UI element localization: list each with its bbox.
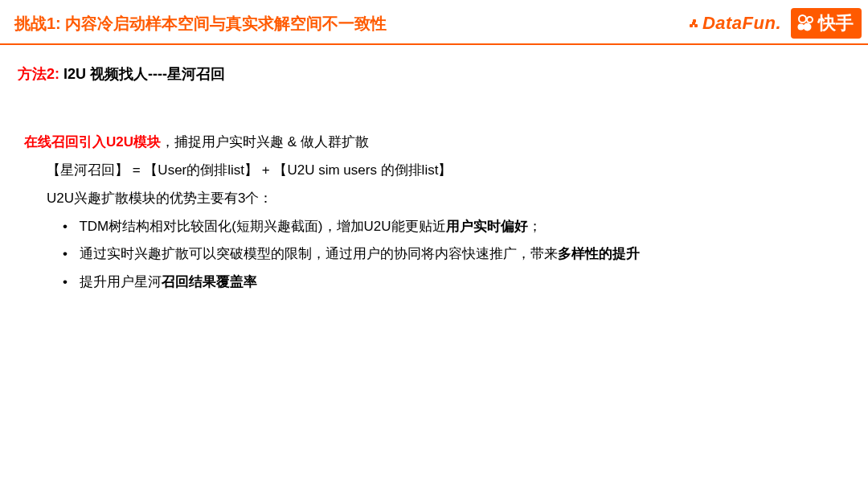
kuaishou-text: 快手 [818,11,854,35]
body-text: 在线召回引入U2U模块，捕捉用户实时兴趣 & 做人群扩散 【星河召回】 = 【U… [18,129,844,297]
kuaishou-icon [796,14,813,32]
bullet-pre: 提升用户星河 [80,274,162,289]
challenge-title: 挑战1: 内容冷启动样本空间与真实求解空间不一致性 [14,13,387,35]
bullet-bold: 召回结果覆盖率 [162,274,257,289]
equation-line: 【星河召回】 = 【User的倒排list】 + 【U2U sim users … [24,157,844,185]
method-heading: 方法2: I2U 视频找人----星河召回 [18,64,844,84]
intro-line: 在线召回引入U2U模块，捕捉用户实时兴趣 & 做人群扩散 [24,129,844,157]
bullet-post: ； [528,219,542,234]
bullet-bold: 多样性的提升 [558,246,640,261]
list-item: 提升用户星河召回结果覆盖率 [63,269,844,297]
list-item: 通过实时兴趣扩散可以突破模型的限制，通过用户的协同将内容快速推广，带来多样性的提… [63,240,844,269]
logo-group: DataFun. 快手 [690,8,868,39]
bullet-pre: TDM树结构相对比较固化(短期兴趣截面)，增加U2U能更贴近 [79,219,445,234]
advantages-lead: U2U兴趣扩散模块的优势主要有3个： [24,185,844,213]
bullet-pre: 通过实时兴趣扩散可以突破模型的限制，通过用户的协同将内容快速推广，带来 [80,246,558,261]
list-item: TDM树结构相对比较固化(短期兴趣截面)，增加U2U能更贴近用户实时偏好； [63,213,844,241]
method-label: 方法2: [18,66,59,82]
slide-content: 方法2: I2U 视频找人----星河召回 在线召回引入U2U模块，捕捉用户实时… [0,45,868,297]
kuaishou-logo: 快手 [791,8,862,39]
intro-highlight: 在线召回引入U2U模块 [24,134,161,150]
intro-rest: ，捕捉用户实时兴趣 & 做人群扩散 [161,134,369,150]
slide-header: 挑战1: 内容冷启动样本空间与真实求解空间不一致性 DataFun. 快手 [0,0,868,45]
method-text: I2U 视频找人----星河召回 [59,66,225,82]
datafun-logo: DataFun. [690,13,781,34]
datafun-text: DataFun. [702,13,781,34]
advantages-list: TDM树结构相对比较固化(短期兴趣截面)，增加U2U能更贴近用户实时偏好； 通过… [24,213,844,297]
datafun-dots-icon [690,18,701,29]
bullet-bold: 用户实时偏好 [446,219,528,234]
